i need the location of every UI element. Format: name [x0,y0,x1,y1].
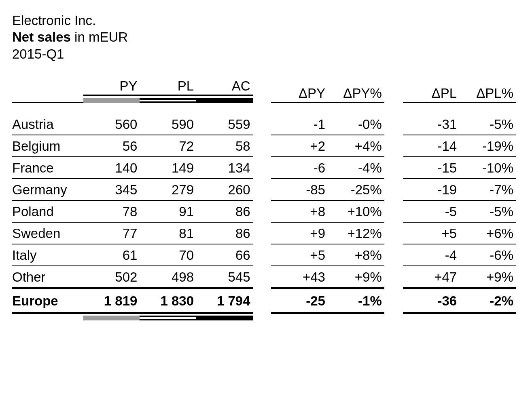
table-cell: 498 [140,266,196,289]
table-cell: 81 [140,223,196,244]
table-cell: 66 [196,244,253,266]
table-row: Other502498545+43+9%+47+9% [12,266,516,289]
table-cell: 545 [196,266,253,289]
table-cell: 61 [83,244,140,266]
table-cell: -25% [328,179,384,201]
blank [459,314,516,320]
total-row: Europe1 8191 8301 794-25-1%-36-2% [12,289,516,314]
table-cell: +12% [328,223,384,244]
table-cell: -5 [403,201,460,223]
gap-cell [384,201,403,223]
table-cell: -85 [271,179,328,201]
header-blank [12,78,83,103]
gap-cell [384,114,403,135]
ac-marker-icon [196,98,253,103]
table-cell: 72 [140,135,196,157]
ac-marker-icon [196,314,253,320]
table-cell: +5 [271,244,328,266]
table-cell: -25 [271,289,328,314]
period: 2015-Q1 [12,46,516,62]
gap-cell [253,223,271,244]
pl-marker-icon [140,314,196,320]
table-cell: 1 830 [140,289,196,314]
gap-cell [253,289,271,314]
table-cell: -4 [403,244,460,266]
report-page: Electronic Inc. Net sales in mEUR 2015-Q… [0,0,532,398]
gap-cell [384,135,403,157]
metric-unit: in mEUR [71,29,128,44]
header-py: PY [83,78,140,103]
row-label: Germany [12,179,83,201]
row-label: Other [12,266,83,289]
table-cell: +9% [328,266,384,289]
table-cell: -10% [459,157,516,179]
py-marker-icon [83,314,140,320]
gap-cell [384,223,403,244]
blank [328,314,384,320]
gap-cell [253,201,271,223]
row-label: Austria [12,114,83,135]
py-marker-icon [83,98,140,103]
row-label: Italy [12,244,83,266]
gap-cell [384,289,403,314]
table-cell: -1 [271,114,328,135]
header-dpl-pct: ΔPL% [459,78,516,103]
table-cell: 345 [83,179,140,201]
gap-cell [384,314,403,320]
gap-cell [253,314,271,320]
table-cell: +2 [271,135,328,157]
table-cell: 70 [140,244,196,266]
gap-cell [384,157,403,179]
table-cell: -5% [459,114,516,135]
table-row: Poland789186+8+10%-5-5% [12,201,516,223]
table-cell: -19% [459,135,516,157]
table-cell: -7% [459,179,516,201]
table-cell: -19 [403,179,460,201]
metric-line: Net sales in mEUR [12,29,516,45]
gap-cell [253,266,271,289]
table-cell: 279 [140,179,196,201]
header-dpl: ΔPL [403,78,460,103]
table-cell: -1% [328,289,384,314]
header-pl: PL [140,78,196,103]
table-cell: +5 [403,223,460,244]
gap-cell [384,244,403,266]
header-dpy-pct: ΔPY% [328,78,384,103]
gap-cell [253,179,271,201]
variance-table: PY PL AC ΔPY ΔPY% ΔPL ΔPL% Austria560590… [12,78,516,320]
header-gap [253,78,271,103]
table-cell: 559 [196,114,253,135]
row-label: Europe [12,289,83,314]
table-cell: -14 [403,135,460,157]
total-marker-row [12,314,516,320]
table-cell: -5% [459,201,516,223]
header-dpy: ΔPY [271,78,328,103]
table-cell: +10% [328,201,384,223]
table-cell: -36 [403,289,460,314]
gap-cell [253,114,271,135]
gap-cell [253,244,271,266]
table-cell: 590 [140,114,196,135]
table-cell: +9% [459,266,516,289]
table-cell: -6% [459,244,516,266]
metric-name: Net sales [12,29,71,44]
table-row: Austria560590559-1-0%-31-5% [12,114,516,135]
blank [403,314,460,320]
table-cell: 260 [196,179,253,201]
header-spacer [12,103,516,114]
row-label: France [12,157,83,179]
table-cell: 1 819 [83,289,140,314]
table-cell: -15 [403,157,460,179]
title-block: Electronic Inc. Net sales in mEUR 2015-Q… [12,12,516,62]
table-cell: -4% [328,157,384,179]
table-cell: -6 [271,157,328,179]
header-ac: AC [196,78,253,103]
table-cell: 1 794 [196,289,253,314]
table-cell: 77 [83,223,140,244]
table-row: France140149134-6-4%-15-10% [12,157,516,179]
table-cell: 58 [196,135,253,157]
pl-marker-icon [140,98,196,103]
blank [12,314,83,320]
gap-cell [384,266,403,289]
gap-cell [384,179,403,201]
